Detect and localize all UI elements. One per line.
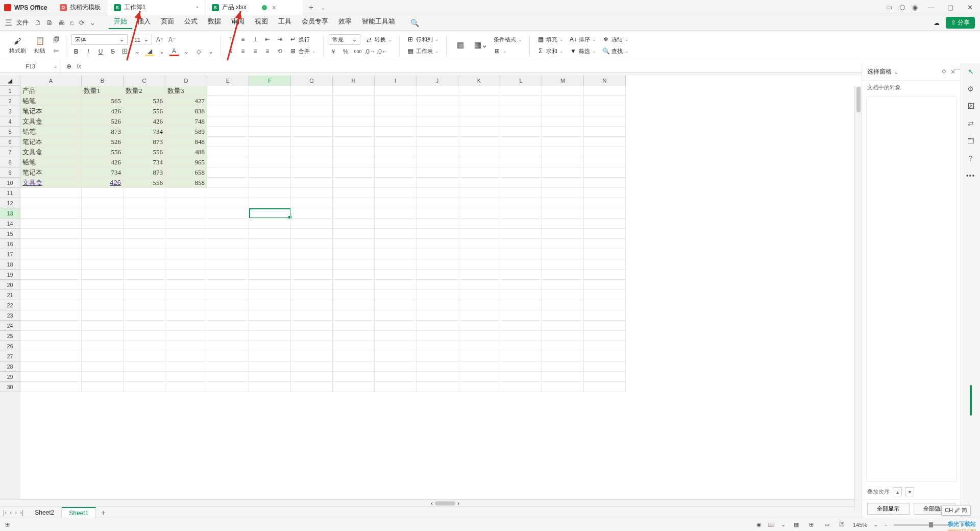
cut-icon[interactable]: ✄ (52, 46, 61, 56)
cell[interactable] (207, 361, 249, 372)
cell[interactable] (82, 331, 124, 341)
cell[interactable] (207, 198, 249, 208)
align-center-icon[interactable]: ≡ (238, 46, 248, 56)
cell[interactable] (500, 331, 542, 341)
cell[interactable] (207, 188, 249, 198)
currency-icon[interactable]: ￥ (329, 47, 338, 56)
cell[interactable] (375, 280, 416, 290)
data-cell[interactable]: 数量2 (124, 86, 165, 96)
cell[interactable] (500, 106, 542, 116)
cell[interactable] (124, 219, 165, 229)
cell[interactable] (124, 310, 165, 321)
cube-icon[interactable]: ⬡ (899, 4, 905, 11)
eraser-caret-icon[interactable]: ⌄ (206, 47, 215, 56)
cell[interactable] (291, 341, 333, 351)
row-header-16[interactable]: 16 (0, 239, 20, 249)
menu-burger-icon[interactable]: 三 (5, 18, 12, 28)
convert-button[interactable]: ⇄转换⌄ (363, 35, 394, 44)
status-eye-icon[interactable]: ◉ (756, 521, 762, 528)
cell[interactable] (249, 341, 291, 351)
rail-image-icon[interactable]: 🖼 (966, 101, 976, 111)
cell[interactable] (416, 361, 458, 372)
cell[interactable] (249, 300, 291, 310)
cell[interactable] (124, 351, 165, 361)
cell[interactable] (207, 321, 249, 331)
cell-styles-button[interactable]: ▦⌄ (472, 33, 489, 58)
row-header-20[interactable]: 20 (0, 280, 20, 290)
cell[interactable] (333, 167, 375, 178)
cell[interactable] (584, 208, 626, 219)
cell[interactable] (375, 198, 416, 208)
cell[interactable] (124, 239, 165, 249)
data-cell[interactable]: 526 (82, 116, 124, 127)
sum-button[interactable]: Σ求和⌄ (535, 46, 566, 56)
cell[interactable] (458, 259, 500, 270)
row-header-15[interactable]: 15 (0, 229, 20, 239)
cell[interactable] (458, 361, 500, 372)
cell[interactable] (500, 310, 542, 321)
cell[interactable] (416, 290, 458, 300)
data-cell[interactable]: 铅笔 (20, 96, 82, 106)
cell[interactable] (584, 96, 626, 106)
cell[interactable] (584, 290, 626, 300)
rail-tools-icon[interactable]: ⇄ (966, 118, 976, 129)
cell[interactable] (124, 361, 165, 372)
cell[interactable] (375, 188, 416, 198)
font-name-select[interactable]: 宋体⌄ (71, 34, 128, 45)
cell[interactable] (165, 310, 207, 321)
cell[interactable] (165, 331, 207, 341)
cell[interactable] (207, 127, 249, 137)
row-header-26[interactable]: 26 (0, 341, 20, 351)
cell[interactable] (82, 229, 124, 239)
cell[interactable] (291, 198, 333, 208)
cell[interactable] (249, 208, 291, 219)
cell[interactable] (333, 137, 375, 147)
cell[interactable] (458, 270, 500, 280)
cell[interactable] (20, 351, 82, 361)
cell[interactable] (124, 290, 165, 300)
cell[interactable] (542, 372, 584, 382)
cell[interactable] (458, 178, 500, 188)
data-cell[interactable]: 笔记本 (20, 167, 82, 178)
cell[interactable] (542, 157, 584, 167)
data-cell[interactable]: 526 (124, 96, 165, 106)
cell[interactable] (333, 116, 375, 127)
align-justify-icon[interactable]: ≡ (263, 46, 272, 56)
find-button[interactable]: 🔍查找⌄ (600, 46, 631, 56)
cell[interactable] (207, 382, 249, 392)
cell[interactable] (542, 219, 584, 229)
cell[interactable] (584, 259, 626, 270)
cell[interactable] (333, 127, 375, 137)
cell[interactable] (333, 96, 375, 106)
cell[interactable] (165, 229, 207, 239)
cell[interactable] (542, 229, 584, 239)
cell[interactable] (584, 137, 626, 147)
cell[interactable] (416, 372, 458, 382)
cell[interactable] (500, 239, 542, 249)
cell[interactable] (207, 178, 249, 188)
row-header-12[interactable]: 12 (0, 198, 20, 208)
cell[interactable] (165, 249, 207, 259)
view-layout-icon[interactable]: ⊞ (807, 521, 816, 528)
qa-preview-icon[interactable]: ⎌ (70, 19, 74, 27)
menu-search-icon[interactable]: 🔍 (410, 19, 419, 27)
valign-bot-icon[interactable]: ⊥ (251, 35, 260, 44)
cell[interactable] (82, 300, 124, 310)
cell[interactable] (584, 300, 626, 310)
cell[interactable] (249, 147, 291, 157)
row-header-9[interactable]: 9 (0, 167, 20, 178)
cell[interactable] (375, 86, 416, 96)
cell[interactable] (20, 249, 82, 259)
row-header-3[interactable]: 3 (0, 106, 20, 116)
col-header-D[interactable]: D (165, 76, 207, 86)
maximize-button[interactable]: ▢ (944, 4, 957, 11)
cell[interactable] (542, 178, 584, 188)
sheet-add-button[interactable]: + (96, 509, 110, 517)
cell[interactable] (249, 116, 291, 127)
cell[interactable] (291, 96, 333, 106)
cell[interactable] (124, 382, 165, 392)
cell[interactable] (416, 137, 458, 147)
cell[interactable] (375, 321, 416, 331)
cell[interactable] (416, 116, 458, 127)
tab-template[interactable]: D 找稻壳模板 (54, 0, 107, 15)
